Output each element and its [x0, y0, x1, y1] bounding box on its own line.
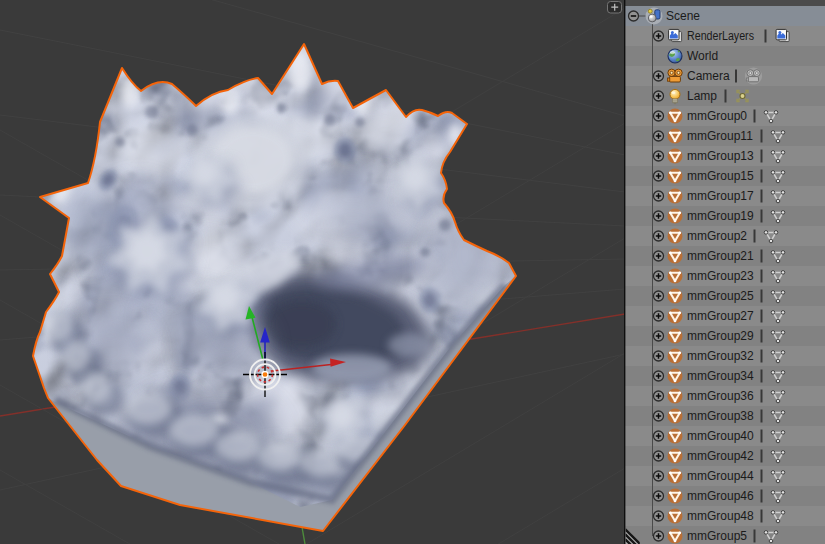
svg-text:mmGroup23: mmGroup23 — [687, 269, 754, 283]
svg-text:mmGroup34: mmGroup34 — [687, 369, 754, 383]
svg-text:mmGroup0: mmGroup0 — [687, 109, 747, 123]
svg-text:World: World — [687, 49, 718, 63]
svg-text:Scene: Scene — [666, 9, 700, 23]
svg-text:mmGroup38: mmGroup38 — [687, 409, 754, 423]
svg-text:mmGroup11: mmGroup11 — [687, 129, 753, 143]
svg-text:mmGroup17: mmGroup17 — [687, 189, 754, 203]
svg-text:mmGroup13: mmGroup13 — [687, 149, 754, 163]
svg-text:mmGroup15: mmGroup15 — [687, 169, 754, 183]
svg-text:mmGroup21: mmGroup21 — [687, 249, 754, 263]
svg-text:mmGroup36: mmGroup36 — [687, 389, 754, 403]
svg-text:mmGroup40: mmGroup40 — [687, 429, 754, 443]
svg-text:Camera: Camera — [687, 69, 730, 83]
svg-text:mmGroup25: mmGroup25 — [687, 289, 754, 303]
svg-text:mmGroup19: mmGroup19 — [687, 209, 754, 223]
svg-text:RenderLayers: RenderLayers — [687, 29, 754, 43]
svg-text:mmGroup2: mmGroup2 — [687, 229, 747, 243]
svg-text:mmGroup46: mmGroup46 — [687, 489, 754, 503]
svg-text:mmGroup44: mmGroup44 — [687, 469, 754, 483]
svg-text:mmGroup32: mmGroup32 — [687, 349, 754, 363]
svg-text:mmGroup27: mmGroup27 — [687, 309, 754, 323]
svg-text:mmGroup29: mmGroup29 — [687, 329, 754, 343]
svg-text:mmGroup5: mmGroup5 — [687, 529, 747, 543]
svg-text:Lamp: Lamp — [687, 89, 717, 103]
svg-text:mmGroup48: mmGroup48 — [687, 509, 754, 523]
svg-text:mmGroup42: mmGroup42 — [687, 449, 754, 463]
